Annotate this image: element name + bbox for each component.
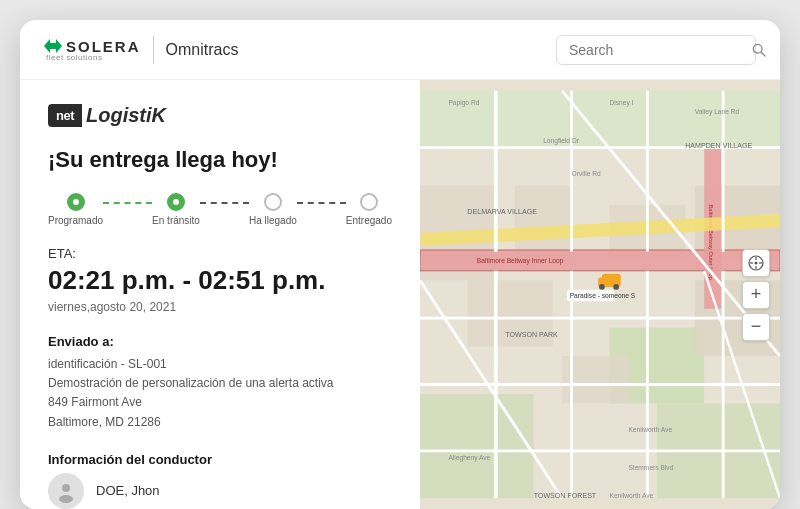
svg-point-53 — [599, 284, 605, 290]
svg-text:Allegheny Ave: Allegheny Ave — [448, 454, 490, 462]
svg-point-62 — [755, 261, 758, 264]
enviado-line-3: 849 Fairmont Ave — [48, 395, 142, 409]
svg-text:Baltimore Beltway Inner Loop: Baltimore Beltway Inner Loop — [477, 257, 564, 265]
brand-logo: net LogistiK — [48, 104, 392, 127]
svg-text:Longfield Dr: Longfield Dr — [543, 137, 580, 145]
map-controls: + − — [742, 249, 770, 341]
logo-area: SOLERA fleet solutions — [44, 38, 141, 62]
solera-arrow-icon — [44, 39, 62, 53]
step-line-3 — [297, 202, 346, 204]
step-programado: Programado — [48, 193, 103, 226]
svg-text:Orville Rd: Orville Rd — [572, 170, 601, 177]
step-label-llegado: Ha llegado — [249, 215, 297, 226]
net-badge: net — [48, 104, 82, 127]
solera-logo: SOLERA fleet solutions — [44, 38, 141, 62]
svg-marker-0 — [44, 39, 62, 53]
svg-text:Kenilworth Ave: Kenilworth Ave — [628, 426, 672, 433]
header: SOLERA fleet solutions Omnitracs — [20, 20, 780, 80]
driver-name: DOE, Jhon — [96, 483, 160, 498]
brand-sub: fleet solutions — [44, 53, 102, 62]
svg-text:TOWSON FOREST: TOWSON FOREST — [534, 492, 597, 500]
svg-rect-8 — [420, 394, 534, 498]
svg-point-3 — [62, 484, 70, 492]
delivery-title: ¡Su entrega llega hoy! — [48, 147, 392, 173]
svg-text:Valley Lane Rd: Valley Lane Rd — [695, 109, 740, 117]
main-content: net LogistiK ¡Su entrega llega hoy! Prog… — [20, 80, 780, 509]
step-entregado: Entregado — [346, 193, 392, 226]
step-label-transito: En tránsito — [152, 215, 200, 226]
svg-text:Kenilworth Ave: Kenilworth Ave — [609, 492, 653, 499]
eta-time: 02:21 p.m. - 02:51 p.m. — [48, 265, 392, 296]
logistik-text: LogistiK — [82, 104, 166, 127]
step-circle-transito — [167, 193, 185, 211]
map-navigate-button[interactable] — [742, 249, 770, 277]
svg-text:TOWSON PARK: TOWSON PARK — [505, 331, 558, 339]
step-label-entregado: Entregado — [346, 215, 392, 226]
search-input[interactable] — [569, 42, 744, 58]
enviado-info: identificación - SL-001 Demostración de … — [48, 355, 392, 432]
step-llegado: Ha llegado — [249, 193, 297, 226]
svg-point-4 — [59, 495, 73, 503]
svg-line-2 — [761, 52, 765, 56]
header-divider — [153, 36, 154, 64]
left-panel: net LogistiK ¡Su entrega llega hoy! Prog… — [20, 80, 420, 509]
app-window: SOLERA fleet solutions Omnitracs net Log… — [20, 20, 780, 509]
progress-steps: Programado En tránsito Ha llegado Entreg… — [48, 193, 392, 226]
step-circle-programado — [67, 193, 85, 211]
enviado-title: Enviado a: — [48, 334, 392, 349]
svg-text:HAMPDEN VILLAGE: HAMPDEN VILLAGE — [685, 142, 752, 150]
svg-text:Paradise - someone S: Paradise - someone S — [570, 292, 636, 299]
svg-text:Disney I: Disney I — [609, 99, 633, 107]
driver-avatar — [48, 473, 84, 509]
driver-title: Información del conductor — [48, 452, 392, 467]
eta-date: viernes,agosto 20, 2021 — [48, 300, 392, 314]
avatar-icon — [54, 479, 78, 503]
svg-point-54 — [613, 284, 619, 290]
enviado-line-4: Baltimore, MD 21286 — [48, 415, 161, 429]
map-panel: Baltimore Beltway Inner Loop Baltimore B… — [420, 80, 780, 509]
map-zoom-out-button[interactable]: − — [742, 313, 770, 341]
step-label-programado: Programado — [48, 215, 103, 226]
svg-rect-17 — [420, 250, 780, 271]
step-transito: En tránsito — [152, 193, 200, 226]
svg-text:DELMARVA VILLAGE: DELMARVA VILLAGE — [467, 208, 537, 216]
header-left: SOLERA fleet solutions Omnitracs — [44, 36, 238, 64]
compass-icon — [748, 255, 764, 271]
product-name: Omnitracs — [166, 41, 239, 59]
step-circle-llegado — [264, 193, 282, 211]
driver-section: DOE, Jhon — [48, 473, 392, 509]
map-zoom-in-button[interactable]: + — [742, 281, 770, 309]
svg-text:Papigo Rd: Papigo Rd — [448, 99, 479, 107]
step-line-1 — [103, 202, 152, 204]
search-icon — [752, 43, 766, 57]
enviado-line-2: Demostración de personalización de una a… — [48, 376, 334, 390]
map-svg: Baltimore Beltway Inner Loop Baltimore B… — [420, 80, 780, 509]
svg-text:Stemmers Blvd: Stemmers Blvd — [628, 464, 673, 471]
step-line-2 — [200, 202, 249, 204]
enviado-line-1: identificación - SL-001 — [48, 357, 167, 371]
search-area[interactable] — [556, 35, 756, 65]
eta-label: ETA: — [48, 246, 392, 261]
step-circle-entregado — [360, 193, 378, 211]
